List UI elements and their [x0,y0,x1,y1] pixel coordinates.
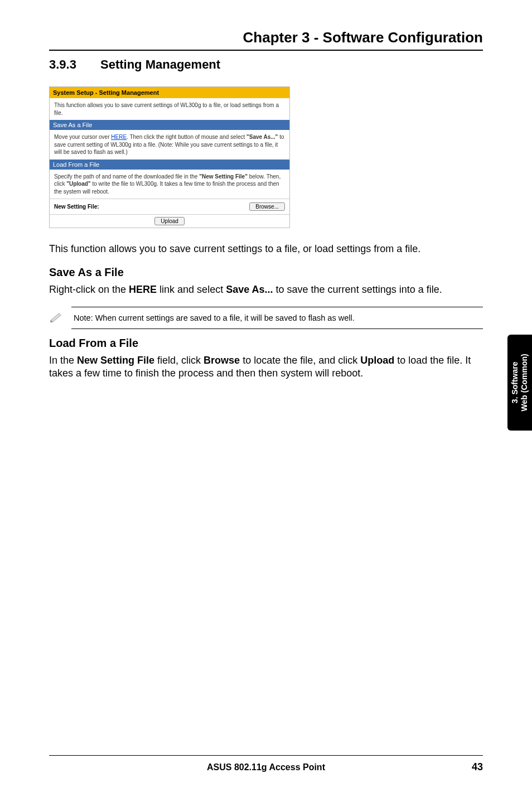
upload-row: Upload [50,214,289,228]
divider [49,50,483,51]
footer-title: ASUS 802.11g Access Point [71,762,461,772]
load-from-file-bar: Load From a File [50,160,289,170]
side-tab-line2: Web (Common) [520,354,529,411]
save-as-file-heading: Save As a File [49,266,483,279]
text: Save As... [226,284,273,295]
pencil-icon [49,312,64,324]
section-number: 3.9.3 [49,57,100,72]
settings-screenshot: System Setup - Setting Management This f… [49,86,290,228]
upload-button[interactable]: Upload [154,217,185,225]
page-number: 43 [461,761,483,773]
load-from-file-paragraph: In the New Setting File field, click Bro… [49,354,483,381]
text: "Upload" [66,181,90,187]
text: Right-click on the [49,284,129,295]
load-from-file-heading: Load From a File [49,337,483,350]
save-as-file-bar: Save As a File [50,120,289,130]
save-as-file-paragraph: Right-click on the HERE link and select … [49,283,483,297]
svg-marker-0 [50,313,61,321]
divider [71,328,483,329]
section-title: Setting Management [100,57,220,71]
divider [49,755,483,756]
chapter-title: Chapter 3 - Software Configuration [49,29,483,46]
screenshot-intro: This function allows you to save current… [50,98,289,120]
text: field, click [154,355,204,366]
load-from-file-description: Specify the path of and name of the down… [50,170,289,199]
intro-paragraph: This function allows you to save current… [49,243,483,256]
here-link[interactable]: HERE [111,134,127,140]
note-block: Note: When current settings are saved to… [71,307,483,329]
save-as-file-description: Move your cursor over HERE. Then click t… [50,130,289,160]
text: Browse [204,355,240,366]
text: Move your cursor over [54,134,111,140]
side-tab: 3. Software Web (Common) [507,335,532,431]
section-heading: 3.9.3Setting Management [49,57,483,72]
text: Specify the path of and name of the down… [54,173,199,180]
screenshot-title-bar: System Setup - Setting Management [50,87,289,98]
text: New Setting File [77,355,154,366]
text: Upload [360,355,394,366]
page-footer: ASUS 802.11g Access Point 43 [49,755,483,773]
note-text: Note: When current settings are saved to… [74,313,355,322]
text: HERE [129,284,157,295]
new-setting-file-label: New Setting File: [54,204,99,210]
new-setting-file-row: New Setting File: Browse... [50,199,289,214]
text: "New Setting File" [199,173,248,180]
text: . Then click the right button of mouse a… [127,134,246,140]
text: to locate the file, and click [240,355,360,366]
text: to save the current settings into a file… [273,284,442,295]
browse-button[interactable]: Browse... [249,202,285,211]
text: "Save As..." [246,134,278,140]
text: link and select [157,284,226,295]
side-tab-line1: 3. Software [510,354,520,411]
text: In the [49,355,77,366]
